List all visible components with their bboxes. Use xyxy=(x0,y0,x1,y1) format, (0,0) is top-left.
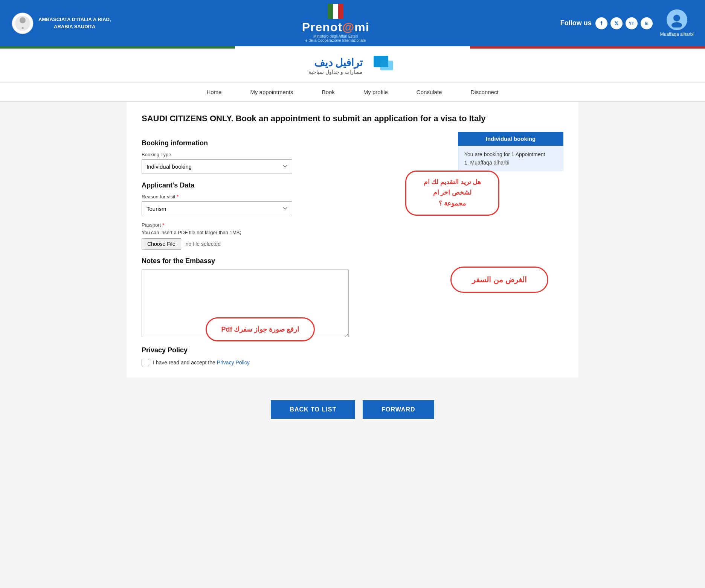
svg-marker-8 xyxy=(374,56,389,67)
nav-disconnect[interactable]: Disconnect xyxy=(467,87,501,97)
nav-consulate[interactable]: Consulate xyxy=(414,87,445,97)
top-header: ⚙ AMBASCIATA D'ITALIA A RIAD, ARABIA SAU… xyxy=(0,0,705,46)
social-icons: f 𝕏 YT In xyxy=(595,17,653,29)
reason-required: * xyxy=(177,194,179,200)
agency-arabic-name: ترافيل ديف xyxy=(314,56,363,69)
brand-text: Prenot@mi xyxy=(302,20,369,34)
facebook-icon[interactable]: f xyxy=(595,17,607,29)
back-to-list-button[interactable]: BACK TO LIST xyxy=(271,400,355,419)
user-avatar xyxy=(667,9,687,30)
privacy-policy-link[interactable]: Privacy Policy xyxy=(217,360,250,366)
nav-my-appointments[interactable]: My appointments xyxy=(247,87,296,97)
right-header: Follow us f 𝕏 YT In Muaffaqa alharbi xyxy=(560,9,694,37)
agency-banner: ترافيل ديف مسارات و جداول سياحية xyxy=(0,49,705,83)
italian-flag-bar xyxy=(0,46,705,49)
passport-field: Passport * You can insert a PDF file not… xyxy=(142,222,447,250)
svg-text:⚙: ⚙ xyxy=(21,27,24,29)
agency-subtitle: مسارات و جداول سياحية xyxy=(308,69,363,75)
booking-type-label: Booking Type xyxy=(142,152,447,157)
forward-button[interactable]: FORWARD xyxy=(363,400,434,419)
page-title: SAUDI CITIZENS ONLY. Book an appointment… xyxy=(142,113,563,124)
no-file-label: no file selected xyxy=(186,241,221,247)
user-avatar-section[interactable]: Muaffaqa alharbi xyxy=(660,9,694,37)
twitter-icon[interactable]: 𝕏 xyxy=(610,17,623,29)
passport-required: * xyxy=(162,222,164,228)
privacy-checkbox[interactable] xyxy=(142,359,149,366)
file-input-row: Choose File no file selected xyxy=(142,238,447,250)
booking-info-title: Booking information xyxy=(142,139,447,147)
choose-file-button[interactable]: Choose File xyxy=(142,238,181,250)
booking-type-select[interactable]: Individual booking xyxy=(142,159,292,174)
sidebar-header: Individual booking xyxy=(458,132,563,146)
privacy-text: I have read and accept the Privacy Polic… xyxy=(153,360,250,366)
ministero-line2: e della Cooperazione Internazionale xyxy=(305,38,366,43)
agency-logo-icon xyxy=(370,54,397,77)
notes-title: Notes for the Embassy xyxy=(142,257,447,265)
booking-sidebar: Individual booking You are booking for 1… xyxy=(458,132,563,366)
embassy-text: AMBASCIATA D'ITALIA A RIAD, ARABIA SAUDI… xyxy=(38,16,111,30)
svg-point-4 xyxy=(673,15,680,21)
main-content: SAUDI CITIZENS ONLY. Book an appointment… xyxy=(127,102,578,378)
main-nav: Home My appointments Book My profile Con… xyxy=(0,83,705,102)
reason-label: Reason for visit * xyxy=(142,194,447,200)
bottom-buttons: BACK TO LIST FORWARD xyxy=(0,393,705,427)
embassy-info: ⚙ AMBASCIATA D'ITALIA A RIAD, ARABIA SAU… xyxy=(11,12,111,35)
user-name: Muaffaqa alharbi xyxy=(660,32,694,37)
applicants-data-title: Applicant's Data xyxy=(142,181,447,189)
youtube-icon[interactable]: YT xyxy=(626,17,638,29)
privacy-section: Privacy Policy I have read and accept th… xyxy=(142,346,447,366)
annotation-bubble-1: هل تريد التقديم لك ام لشخص اخر ام مجموعة… xyxy=(405,171,499,216)
brand-at-icon: @ xyxy=(342,20,354,34)
svg-point-2 xyxy=(20,17,26,23)
booking-type-field: Booking Type Individual booking xyxy=(142,152,447,174)
annotation-bubble-2: الغرض من السفر xyxy=(450,267,548,293)
embassy-logo-icon: ⚙ xyxy=(11,12,34,35)
privacy-row: I have read and accept the Privacy Polic… xyxy=(142,359,447,366)
ministero-line1: Ministero degli Affari Esteri xyxy=(313,34,358,38)
svg-point-5 xyxy=(671,22,682,27)
content-layout: Booking information Booking Type Individ… xyxy=(142,132,563,366)
annotation-bubble-3: ارفع صورة جواز سفرك Pdf xyxy=(206,317,315,341)
agency-logo-text: ترافيل ديف مسارات و جداول سياحية xyxy=(308,56,363,75)
privacy-title: Privacy Policy xyxy=(142,346,447,354)
instagram-icon[interactable]: In xyxy=(641,17,653,29)
appt-count: You are booking for 1 Appointment xyxy=(464,151,557,157)
follow-us-label: Follow us xyxy=(560,19,592,27)
nav-my-profile[interactable]: My profile xyxy=(360,87,391,97)
nav-home[interactable]: Home xyxy=(203,87,224,97)
sidebar-body: You are booking for 1 Appointment 1. Mua… xyxy=(458,146,563,171)
passport-label: Passport * xyxy=(142,222,447,228)
nav-book[interactable]: Book xyxy=(319,87,338,97)
follow-us-section: Follow us f 𝕏 YT In xyxy=(560,17,653,29)
reason-for-visit-field: Reason for visit * Tourism xyxy=(142,194,447,216)
appt-name: 1. Muaffaqa alharbi xyxy=(464,160,557,166)
reason-select[interactable]: Tourism xyxy=(142,201,292,216)
prenotami-logo: Prenot@mi Ministero degli Affari Esteri … xyxy=(302,4,369,43)
file-hint: You can insert a PDF file not larger tha… xyxy=(142,230,447,235)
